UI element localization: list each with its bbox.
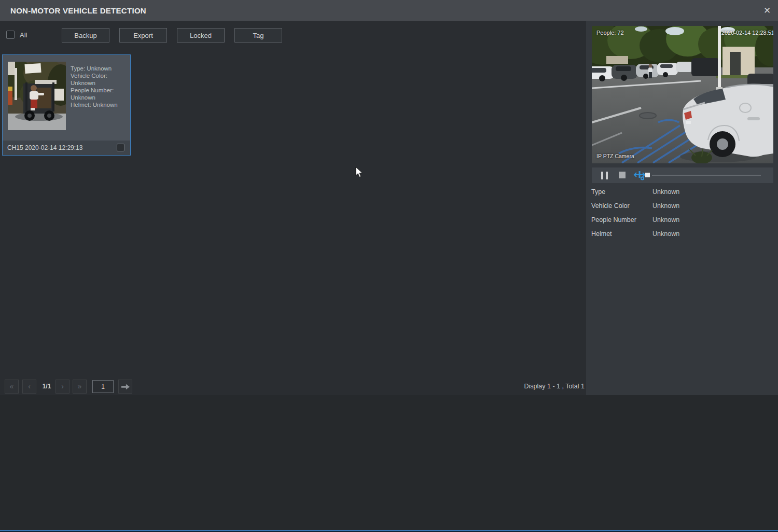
camera-name-overlay: IP PTZ Camera: [596, 153, 634, 159]
detail-row: Type Unknown: [586, 186, 778, 200]
slider-thumb[interactable]: [645, 173, 650, 177]
non-motor-vehicle-detection-window: NON-MOTOR VEHICLE DETECTION ✕ All Backup…: [0, 0, 778, 532]
thumbnail-scene: [8, 62, 66, 130]
detail-value: Unknown: [652, 202, 679, 209]
close-button[interactable]: ✕: [759, 3, 775, 18]
people-count-overlay: People: 72: [596, 30, 624, 36]
pause-icon: [601, 172, 608, 179]
go-page-button[interactable]: [118, 380, 132, 394]
slider-track: [652, 175, 761, 176]
detail-value: Unknown: [652, 188, 679, 195]
title-bar: NON-MOTOR VEHICLE DETECTION ✕: [0, 0, 778, 21]
locked-button[interactable]: Locked: [177, 28, 225, 43]
attribute-line: Type: Unknown: [71, 65, 126, 72]
ptz-control-icon: [633, 170, 646, 180]
detection-card[interactable]: Type: Unknown Vehicle Color: Unknown Peo…: [2, 54, 131, 156]
card-thumbnail[interactable]: [8, 62, 66, 130]
card-checkbox[interactable]: [117, 144, 124, 151]
detail-row: People Number Unknown: [586, 214, 778, 228]
playback-controls: [592, 167, 773, 183]
close-icon: ✕: [763, 6, 771, 15]
dialog-body: All Backup Export Locked Tag: [0, 21, 778, 395]
page-input[interactable]: [92, 380, 114, 393]
card-caption: CH15 2020-02-14 12:29:13: [3, 144, 82, 151]
detail-label: People Number: [591, 216, 636, 223]
detail-label: Helmet: [591, 230, 612, 237]
export-button[interactable]: Export: [119, 28, 167, 43]
detection-details: Type Unknown Vehicle Color Unknown Peopl…: [586, 186, 778, 242]
page-title: NON-MOTOR VEHICLE DETECTION: [0, 6, 146, 15]
first-page-button[interactable]: «: [5, 380, 19, 394]
previous-page-button[interactable]: ‹: [22, 380, 36, 394]
last-page-icon: »: [78, 382, 82, 390]
stop-button[interactable]: [619, 172, 626, 178]
detail-value: Unknown: [652, 216, 679, 223]
results-status: Display 1 - 1 , Total 1: [524, 383, 585, 390]
detail-label: Vehicle Color: [591, 202, 630, 209]
background-area: [0, 395, 778, 530]
attribute-line: Vehicle Color: Unknown: [71, 72, 126, 87]
preview-panel: People: 72 2020-02-14 12:28:51 IP PTZ Ca…: [586, 21, 778, 395]
backup-button[interactable]: Backup: [62, 28, 109, 43]
tag-button[interactable]: Tag: [234, 28, 282, 43]
timestamp-overlay: 2020-02-14 12:28:51: [721, 30, 773, 36]
stop-icon: [619, 172, 626, 178]
next-page-icon: ›: [61, 382, 64, 390]
card-attributes: Type: Unknown Vehicle Color: Unknown Peo…: [71, 65, 126, 108]
video-frame[interactable]: People: 72 2020-02-14 12:28:51 IP PTZ Ca…: [592, 26, 773, 163]
detail-label: Type: [591, 188, 605, 195]
go-arrow-icon: [120, 383, 131, 391]
video-progress-slider[interactable]: [645, 167, 765, 183]
last-page-button[interactable]: »: [73, 380, 87, 394]
pause-button[interactable]: [601, 171, 608, 179]
card-footer: CH15 2020-02-14 12:29:13: [3, 141, 130, 155]
previous-page-icon: ‹: [28, 382, 31, 390]
bottom-accent-line: [0, 530, 778, 532]
first-page-icon: «: [10, 382, 14, 390]
attribute-line: People Number: Unknown: [71, 87, 126, 101]
ptz-control-button[interactable]: [633, 170, 646, 180]
select-all-label: All: [20, 31, 27, 39]
detail-row: Vehicle Color Unknown: [586, 200, 778, 214]
detail-row: Helmet Unknown: [586, 228, 778, 242]
next-page-button[interactable]: ›: [55, 380, 70, 394]
video-scene: [592, 26, 773, 163]
detail-value: Unknown: [652, 230, 679, 237]
page-indicator: 1/1: [38, 383, 55, 390]
select-all-checkbox[interactable]: [6, 31, 15, 39]
attribute-line: Helmet: Unknown: [71, 101, 126, 108]
